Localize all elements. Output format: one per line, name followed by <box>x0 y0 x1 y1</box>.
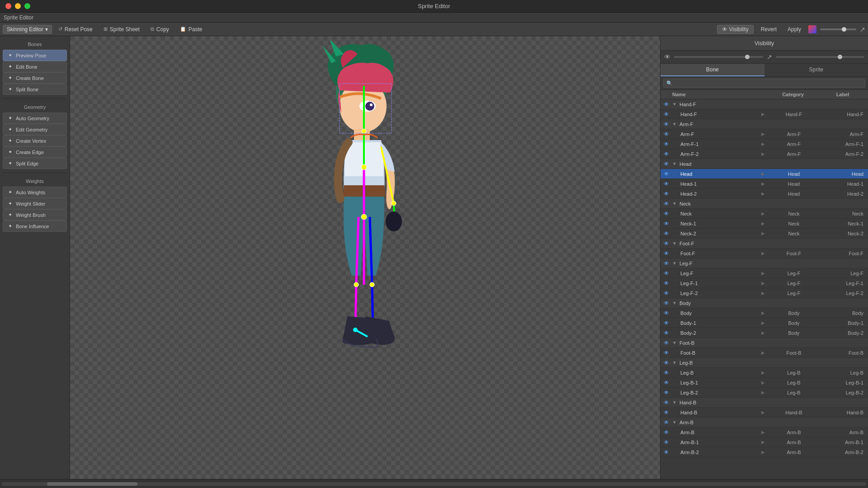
close-button[interactable] <box>5 3 11 9</box>
tree-row-body[interactable]: 👁 Body ▶ Body Body <box>660 308 868 318</box>
visibility-eye-foot-b[interactable]: 👁 <box>662 350 670 356</box>
visibility-eye-arm-b-group[interactable]: 👁 <box>662 419 670 426</box>
tree-row-arm-b-1[interactable]: 👁 Arm-B-1 ▶ Arm-B Arm-B-1 <box>660 437 868 447</box>
expand-leg-f-group[interactable]: ▼ <box>672 261 679 266</box>
visibility-eye-foot-f[interactable]: 👁 <box>662 250 670 257</box>
expand-foot-b-group[interactable]: ▼ <box>672 340 679 345</box>
tree-row-neck-2[interactable]: 👁 Neck-2 ▶ Neck Neck-2 <box>660 229 868 239</box>
tree-row-leg-f-1[interactable]: 👁 Leg-F-1 ▶ Leg-F Leg-F-1 <box>660 278 868 288</box>
expand-head-group[interactable]: ▼ <box>672 161 679 166</box>
tree-row-leg-b-group[interactable]: 👁 ▼ Leg-B <box>660 358 868 368</box>
tree-row-arm-b-group[interactable]: 👁 ▼ Arm-B <box>660 418 868 427</box>
visibility-eye-leg-b-group[interactable]: 👁 <box>662 360 670 366</box>
search-input[interactable] <box>663 79 865 88</box>
visibility-eye-foot-b-group[interactable]: 👁 <box>662 340 670 346</box>
tree-row-hand-f[interactable]: 👁 Hand-F ▶ Hand-F Hand-F <box>660 109 868 119</box>
apply-button[interactable]: Apply <box>784 25 805 33</box>
visibility-eye-body[interactable]: 👁 <box>662 310 670 316</box>
tree-row-arm-b[interactable]: 👁 Arm-B ▶ Arm-B Arm-B <box>660 427 868 437</box>
tree-row-foot-f-group[interactable]: 👁 ▼ Foot-F <box>660 239 868 249</box>
tree-row-foot-f[interactable]: 👁 Foot-F ▶ Foot-F Foot-F <box>660 249 868 258</box>
tree-row-arm-b-2[interactable]: 👁 Arm-B-2 ▶ Arm-B Arm-B-2 <box>660 447 868 457</box>
visibility-slider2-thumb[interactable] <box>838 55 842 59</box>
slider-thumb[interactable] <box>842 27 846 32</box>
split-bone-button[interactable]: ✦Split Bone <box>3 84 67 95</box>
visibility-eye-foot-f-group[interactable]: 👁 <box>662 240 670 247</box>
expand-arm-b-group[interactable]: ▼ <box>672 420 679 425</box>
visibility-eye-leg-b-1[interactable]: 👁 <box>662 380 670 386</box>
weight-slider-button[interactable]: ✦Weight Slider <box>3 198 67 209</box>
visibility-eye-neck-1[interactable]: 👁 <box>662 221 670 227</box>
auto-geometry-button[interactable]: ✦Auto Geometry <box>3 113 67 124</box>
create-edge-button[interactable]: ✦Create Edge <box>3 146 67 158</box>
tree-row-head-2[interactable]: 👁 Head-2 ▶ Head Head-2 <box>660 189 868 199</box>
tree-row-neck-1[interactable]: 👁 Neck-1 ▶ Neck Neck-1 <box>660 219 868 229</box>
reset-pose-button[interactable]: ↺ Reset Pose <box>54 25 97 34</box>
tree-row-foot-b[interactable]: 👁 Foot-B ▶ Foot-B Foot-B <box>660 348 868 358</box>
tree-row-head-group[interactable]: 👁 ▼ Head <box>660 159 868 169</box>
tree-row-neck-group[interactable]: 👁 ▼ Neck <box>660 199 868 209</box>
tree-row-neck[interactable]: 👁 Neck ▶ Neck Neck <box>660 209 868 219</box>
tree-row-head-1[interactable]: 👁 Head-1 ▶ Head Head-1 <box>660 179 868 189</box>
color-swatch[interactable] <box>808 25 816 33</box>
visibility-eye-leg-f-group[interactable]: 👁 <box>662 260 670 267</box>
visibility-eye-arm-f-2[interactable]: 👁 <box>662 151 670 157</box>
expand-neck-group[interactable]: ▼ <box>672 201 679 206</box>
skinning-editor-dropdown[interactable]: Skinning Editor ▾ <box>3 25 52 34</box>
slider-track[interactable] <box>820 28 856 30</box>
visibility-eye-leg-f-2[interactable]: 👁 <box>662 290 670 296</box>
tree-row-leg-f-2[interactable]: 👁 Leg-F-2 ▶ Leg-F Leg-F-2 <box>660 288 868 298</box>
visibility-button[interactable]: 👁 Visibility <box>717 25 754 34</box>
visibility-eye-head-2[interactable]: 👁 <box>662 191 670 197</box>
visibility-eye-head[interactable]: 👁 <box>662 171 670 177</box>
visibility-slider2[interactable] <box>776 56 865 58</box>
tree-row-hand-b-group[interactable]: 👁 ▼ Hand-B <box>660 398 868 408</box>
expand-body-group[interactable]: ▼ <box>672 300 679 305</box>
visibility-eye-body-2[interactable]: 👁 <box>662 330 670 336</box>
tree-row-arm-f-2[interactable]: 👁 Arm-F-2 ▶ Arm-F Arm-F-2 <box>660 149 868 159</box>
tab-sprite[interactable]: Sprite <box>764 64 868 76</box>
tree-row-arm-f-1[interactable]: 👁 Arm-F-1 ▶ Arm-F Arm-F-1 <box>660 139 868 149</box>
tab-bone[interactable]: Bone <box>660 64 764 76</box>
visibility-eye-arm-b-2[interactable]: 👁 <box>662 449 670 455</box>
bone-influence-button[interactable]: ✦Bone Influence <box>3 221 67 232</box>
canvas-area[interactable] <box>70 36 660 479</box>
visibility-eye-hand-b[interactable]: 👁 <box>662 409 670 416</box>
visibility-eye-leg-b-2[interactable]: 👁 <box>662 389 670 396</box>
visibility-eye-body-1[interactable]: 👁 <box>662 320 670 326</box>
expand-hand-b-group[interactable]: ▼ <box>672 400 679 405</box>
visibility-eye-leg-f-1[interactable]: 👁 <box>662 280 670 286</box>
tree-row-leg-b[interactable]: 👁 Leg-B ▶ Leg-B Leg-B <box>660 368 868 378</box>
tree-row-leg-f[interactable]: 👁 Leg-F ▶ Leg-F Leg-F <box>660 268 868 278</box>
visibility-eye-arm-b[interactable]: 👁 <box>662 429 670 436</box>
visibility-eye-hand-f-group[interactable]: 👁 <box>662 101 670 108</box>
edit-geometry-button[interactable]: ✦Edit Geometry <box>3 124 67 135</box>
create-vertex-button[interactable]: ✦Create Vertex <box>3 135 67 146</box>
preview-pose-button[interactable]: ✦Preview Pose <box>3 50 67 61</box>
create-bone-button[interactable]: ✦Create Bone <box>3 72 67 84</box>
visibility-eye-neck[interactable]: 👁 <box>662 211 670 217</box>
visibility-eye-leg-b[interactable]: 👁 <box>662 370 670 376</box>
maximize-button[interactable] <box>24 3 30 9</box>
minimize-button[interactable] <box>15 3 21 9</box>
copy-button[interactable]: ⧉ Copy <box>146 25 174 34</box>
tree-row-body-2[interactable]: 👁 Body-2 ▶ Body Body-2 <box>660 328 868 338</box>
tree-row-hand-f-group[interactable]: 👁 ▼ Hand-F <box>660 99 868 109</box>
visibility-eye-arm-f-1[interactable]: 👁 <box>662 141 670 147</box>
visibility-slider[interactable] <box>674 56 763 58</box>
horizontal-scrollbar-thumb[interactable] <box>47 482 137 486</box>
weight-brush-button[interactable]: ✦Weight Brush <box>3 209 67 221</box>
visibility-eye-neck-group[interactable]: 👁 <box>662 201 670 207</box>
tree-row-head[interactable]: 👁 Head ▶ Head Head <box>660 169 868 179</box>
auto-weights-button[interactable]: ✦Auto Weights <box>3 187 67 198</box>
visibility-eye-leg-f[interactable]: 👁 <box>662 270 670 277</box>
expand-leg-b-group[interactable]: ▼ <box>672 360 679 365</box>
visibility-eye-hand-b-group[interactable]: 👁 <box>662 399 670 406</box>
tree-row-leg-f-group[interactable]: 👁 ▼ Leg-F <box>660 258 868 268</box>
revert-button[interactable]: Revert <box>757 25 780 33</box>
tree-row-leg-b-1[interactable]: 👁 Leg-B-1 ▶ Leg-B Leg-B-1 <box>660 378 868 388</box>
expand-arm-f-group[interactable]: ▼ <box>672 122 679 127</box>
edit-bone-button[interactable]: ✦Edit Bone <box>3 61 67 72</box>
expand-hand-f-group[interactable]: ▼ <box>672 102 679 107</box>
visibility-eye-arm-b-1[interactable]: 👁 <box>662 439 670 446</box>
